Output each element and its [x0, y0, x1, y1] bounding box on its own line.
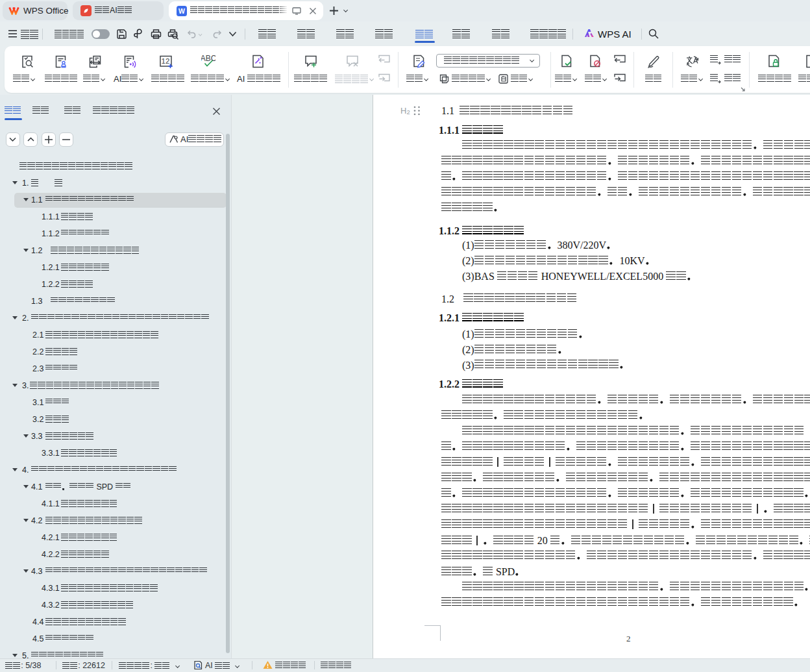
svg-text:ABC: ABC [201, 55, 215, 63]
svg-text:W: W [178, 7, 185, 15]
svg-text:12: 12 [162, 57, 170, 65]
